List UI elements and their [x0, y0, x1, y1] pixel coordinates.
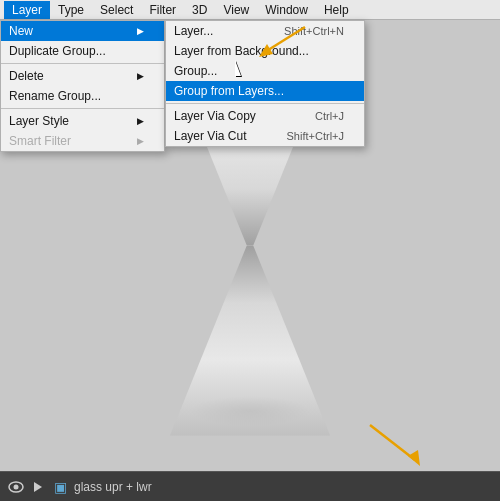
menubar-filter[interactable]: Filter — [141, 1, 184, 19]
submenu-separator — [166, 103, 364, 104]
menu-item-new-label: New — [9, 24, 127, 38]
svg-line-2 — [370, 425, 415, 460]
menubar: Layer Type Select Filter 3D View Window … — [0, 0, 500, 20]
menu-item-duplicate[interactable]: Duplicate Group... — [1, 41, 164, 61]
submenu-layer-via-copy[interactable]: Layer Via Copy Ctrl+J — [166, 106, 364, 126]
menubar-layer[interactable]: Layer — [4, 1, 50, 19]
menubar-type[interactable]: Type — [50, 1, 92, 19]
menubar-select[interactable]: Select — [92, 1, 141, 19]
visibility-icon[interactable] — [8, 479, 24, 495]
layer-menu: New Duplicate Group... Delete Rename Gro… — [0, 20, 165, 152]
bottom-panel: ▣ glass upr + lwr — [0, 471, 500, 501]
arrow-annotation-top — [245, 22, 315, 65]
menu-separator-1 — [1, 63, 164, 64]
svg-line-0 — [265, 27, 305, 52]
menu-separator-2 — [1, 108, 164, 109]
svg-marker-1 — [259, 44, 273, 57]
layer-dropdown: New Duplicate Group... Delete Rename Gro… — [0, 20, 165, 152]
folder-icon[interactable]: ▣ — [52, 479, 68, 495]
menu-item-new[interactable]: New — [1, 21, 164, 41]
menu-item-smart-filter[interactable]: Smart Filter — [1, 131, 164, 151]
submenu-layer-via-cut[interactable]: Layer Via Cut Shift+Ctrl+J — [166, 126, 364, 146]
play-triangle — [34, 482, 42, 492]
menu-item-rename[interactable]: Rename Group... — [1, 86, 164, 106]
play-icon[interactable] — [30, 479, 46, 495]
menu-item-delete[interactable]: Delete — [1, 66, 164, 86]
panel-layer-label: glass upr + lwr — [74, 480, 492, 494]
svg-point-5 — [14, 484, 19, 489]
menu-item-layer-style[interactable]: Layer Style — [1, 111, 164, 131]
menubar-view[interactable]: View — [215, 1, 257, 19]
menubar-window[interactable]: Window — [257, 1, 316, 19]
svg-marker-3 — [408, 450, 420, 466]
menubar-help[interactable]: Help — [316, 1, 357, 19]
submenu-group-from-layers[interactable]: Group from Layers... — [166, 81, 364, 101]
hourglass-reflection — [190, 396, 310, 426]
menubar-3d[interactable]: 3D — [184, 1, 215, 19]
arrow-annotation-bottom — [360, 420, 440, 473]
